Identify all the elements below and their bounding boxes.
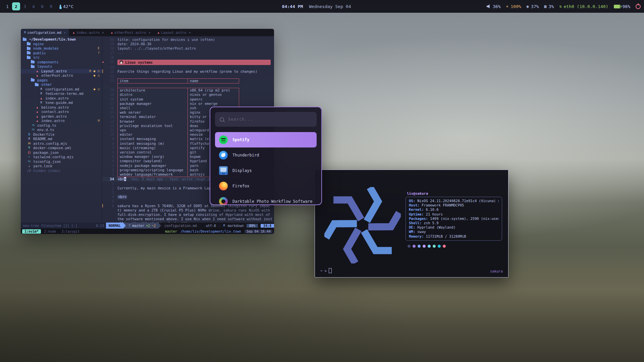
tree-item[interactable]: src [21, 55, 102, 60]
editor-tab[interactable]: configuration.md × [21, 29, 69, 36]
tree-item[interactable]: README.md [21, 137, 102, 141]
separator [123, 223, 126, 229]
palette-dot [418, 245, 421, 248]
system-info-line: Kernel: 6.10.6 [409, 207, 499, 212]
palette-dot [413, 245, 416, 248]
tree-item[interactable]: tsconfig.json [21, 160, 102, 164]
info-label: Uptime: [409, 212, 426, 216]
launcher-item[interactable]: Firefox [215, 178, 317, 194]
table-row: 20 architecture x86_64 (rip m2 pro) [102, 88, 274, 93]
tab-close-icon[interactable]: × [189, 31, 191, 35]
line-number: 12 [105, 124, 117, 128]
editor-tab[interactable]: index.astro × [69, 29, 108, 36]
tmux-window[interactable]: 3:lazygit [59, 229, 82, 234]
line-number: 3 [105, 190, 117, 195]
system-info-line: OS: NixOS 24.11.20240828.71e91c4 (Vicuna… [409, 199, 499, 203]
tree-item[interactable]: public ? [21, 51, 102, 56]
power-button[interactable] [636, 4, 641, 9]
tree-item[interactable]: components [21, 60, 102, 65]
palette-dot [408, 245, 411, 248]
launcher-item[interactable]: Thunderbird [215, 147, 317, 163]
tree-item[interactable]: Layout.astro H ● ◻ [21, 69, 102, 74]
tmux-window[interactable]: 2:node [42, 229, 58, 234]
terminal-window[interactable]: liv@sakura OS: NixOS 24.11.20240828.71e9… [315, 170, 508, 278]
system-info-line: Memory: 11731MiB / 31280MiB [409, 234, 499, 239]
tree-item[interactable]: nginx [21, 42, 102, 47]
tree-item[interactable]: astro.config.mjs [21, 141, 102, 146]
cpu-module: ▦ 3% [544, 4, 554, 9]
volume-module[interactable]: 36% [487, 4, 500, 9]
info-value: Framework FRANMDCP05 [422, 203, 464, 207]
tree-item[interactable]: node_modules E [21, 46, 102, 51]
table-cell-item: privilege escalation tool [117, 124, 187, 128]
editor-line: 26 [102, 55, 274, 60]
line-number: 8 [105, 141, 117, 146]
git-diff-added: +2 [146, 224, 150, 228]
workspace-button[interactable]: 3 [21, 2, 29, 10]
editor-tab[interactable]: otherPost.astro × [108, 29, 154, 36]
tree-item[interactable]: tone-guide.md [21, 101, 102, 105]
tree-item[interactable]: configuration.md ● ◻ [21, 87, 102, 92]
line-number: 24 [105, 65, 117, 69]
tab-close-icon[interactable]: × [102, 31, 104, 35]
workspace-button[interactable]: 2 [12, 2, 20, 10]
filetype-icon [73, 31, 74, 34]
tree-item[interactable]: package.json [21, 150, 102, 155]
tree-item[interactable]: layouts [21, 64, 102, 69]
tree-item[interactable]: otherPost.astro ● ◻ [21, 73, 102, 78]
line-number: 27 [105, 51, 117, 55]
power-module[interactable] [636, 4, 641, 9]
search-input[interactable] [227, 117, 312, 122]
gutter-sign [102, 204, 105, 208]
tree-item[interactable]: ~/Development/liv.town [21, 37, 102, 42]
file-icon [27, 146, 32, 150]
workspace-button[interactable]: 8 [38, 2, 46, 10]
cpu-icon: ▦ [544, 4, 546, 9]
git-status-flags: ● ◻ [94, 73, 102, 78]
launcher-item[interactable]: Darktable Photo Workflow Software [215, 194, 317, 205]
tab-close-icon[interactable]: × [149, 31, 151, 35]
tree-item[interactable]: config.ts [21, 123, 102, 128]
launcher-item[interactable]: Spotify [215, 132, 317, 147]
tree-item[interactable]: contact.astro [21, 110, 102, 114]
tree-item[interactable]: env.d.ts [21, 128, 102, 132]
tree-item[interactable]: other [21, 82, 102, 87]
app-icon [219, 197, 228, 205]
workspace-button[interactable]: 1 [3, 2, 11, 10]
editor-tab[interactable]: Layout.astro × [154, 29, 195, 36]
tree-item[interactable]: pages [21, 78, 102, 83]
network-module[interactable]: ⇅ eth0 (10.0.0.140) [559, 4, 608, 9]
user-at-host: liv@sakura [407, 191, 503, 195]
search-box[interactable] [215, 112, 317, 127]
file-name: tsconfig.json [33, 160, 61, 164]
info-label: Memory: [409, 234, 426, 238]
file-name: otherPost.astro [41, 73, 73, 78]
tree-item[interactable]: Dockerfile [21, 132, 102, 137]
tree-item[interactable]: tailwind.config.mjs [21, 155, 102, 160]
tree-item[interactable]: fediverse-terms.md [21, 92, 102, 96]
tree-item[interactable]: index.astro [21, 96, 102, 101]
tmux-window[interactable]: 1:nvim* [22, 229, 41, 234]
brightness-module[interactable]: ☀ 100% [506, 4, 521, 9]
tree-item[interactable]: garden.astro [21, 114, 102, 119]
tree-item[interactable]: yarn.lock [21, 164, 102, 169]
tree-item[interactable]: index.astro H [21, 119, 102, 123]
launcher-item[interactable]: Displays [215, 163, 317, 178]
app-icon [219, 166, 228, 175]
workspace-button[interactable]: 4 [30, 2, 38, 10]
tree-item[interactable]: (6 hidden items) [21, 169, 102, 173]
table-row: 18 init system openrc [102, 97, 274, 102]
file-icon [35, 110, 40, 114]
markdown-heading: Linux systems [117, 60, 271, 65]
info-value: NixOS 24.11.20240828.71e91c4 (Vicuna) x8… [417, 199, 499, 203]
palette-dot [423, 245, 426, 248]
tree-item[interactable]: balcony.astro [21, 105, 102, 110]
battery-module: 98% [614, 4, 630, 9]
line-number: 17 [105, 102, 117, 106]
info-value: 1409 (nix-system), 2590 (nix-user) [430, 217, 499, 221]
tab-close-icon[interactable]: × [64, 31, 66, 35]
file-name: config.ts [37, 123, 56, 128]
file-icon [35, 119, 40, 123]
workspace-button[interactable]: 9 [47, 2, 55, 10]
tree-item[interactable]: docker-compose.yml [21, 146, 102, 150]
